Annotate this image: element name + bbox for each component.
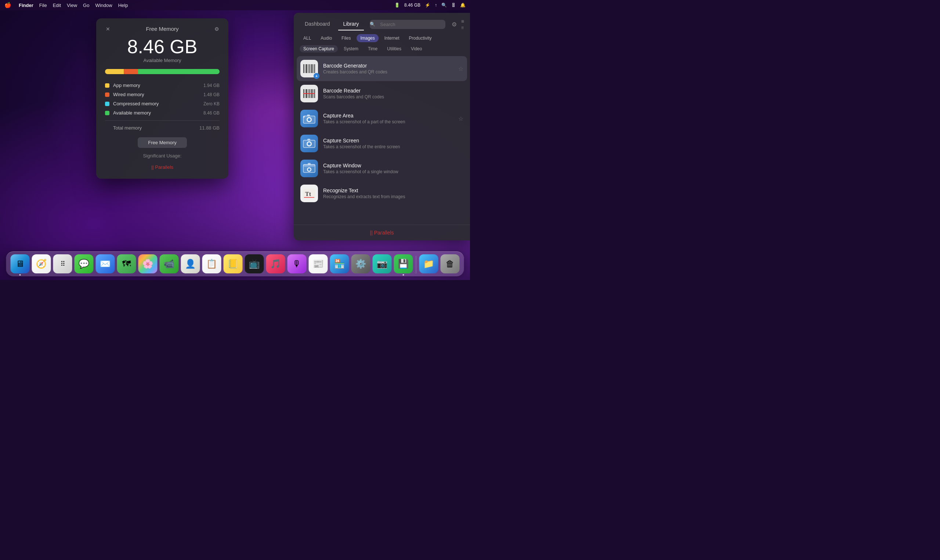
total-value: 11.88 GB [199, 125, 220, 131]
menubar-help[interactable]: Help [118, 3, 128, 8]
dock-item-notes[interactable]: 📒 [223, 254, 243, 273]
notification-icon[interactable]: 🔔 [460, 3, 465, 8]
dock-item-appletv[interactable]: 📺 [245, 254, 264, 273]
panel-filter-row: ALL Audio Files Images Internet Producti… [294, 31, 470, 45]
menubar-arrow[interactable]: ↑ [435, 3, 437, 8]
recognize-text-name: Recognize Text [323, 188, 458, 193]
widget-close-button[interactable]: ✕ [105, 26, 111, 32]
value-app-memory: 1.94 GB [203, 83, 220, 88]
dock-item-finder[interactable]: 🖥 [11, 254, 30, 273]
sub-filter-utilities[interactable]: Utilities [383, 45, 405, 52]
barcode-generator-desc: Creates barcodes and QR codes [323, 69, 453, 74]
capture-area-star[interactable]: ☆ [458, 115, 463, 122]
panel-gear-icon[interactable]: ⚙ [452, 21, 457, 28]
search-wrapper: 🔍 [367, 20, 446, 29]
filter-all[interactable]: ALL [300, 34, 315, 42]
memory-divider [105, 120, 220, 121]
apple-menu[interactable]: 🍎 [5, 2, 11, 8]
tab-library[interactable]: Library [338, 18, 364, 31]
dock-item-appstore[interactable]: 🏪 [330, 254, 349, 273]
svg-rect-5 [310, 64, 311, 73]
search-input[interactable] [370, 20, 445, 29]
barcode-generator-text: Barcode Generator Creates barcodes and Q… [323, 63, 453, 74]
dock-item-ram[interactable]: 💾 [394, 254, 413, 273]
dot-wired-memory [105, 92, 109, 97]
total-row: Total memory 11.88 GB [105, 124, 220, 132]
panel-view-toggle[interactable]: ≡ ⠿ [461, 18, 464, 30]
dot-compressed-memory [105, 102, 109, 106]
facetime-icon: 📹 [164, 259, 175, 269]
dock-item-launchpad[interactable]: ⠿ [53, 254, 72, 273]
barcode-generator-star[interactable]: ☆ [458, 65, 463, 72]
filter-files[interactable]: Files [338, 34, 354, 42]
menubar-go[interactable]: Go [83, 3, 89, 8]
capture-window-icon [300, 160, 318, 177]
capture-screen-name: Capture Screen [323, 138, 458, 143]
label-compressed-memory: Compressed memory [113, 101, 203, 106]
dock-item-messages[interactable]: 💬 [74, 254, 94, 273]
appstore-icon: 🏪 [334, 259, 345, 269]
dock-item-photos[interactable]: 🌸 [139, 254, 157, 273]
dock-item-music[interactable]: 🎵 [266, 254, 285, 273]
svg-rect-28 [307, 139, 310, 140]
svg-point-27 [308, 142, 311, 145]
dock-item-sysprefs[interactable]: ⚙️ [351, 254, 370, 273]
menubar-edit[interactable]: Edit [53, 3, 61, 8]
bar-wired-memory [124, 69, 138, 74]
barcode-generator-icon: + [300, 60, 318, 77]
list-item-barcode-generator[interactable]: + Barcode Generator Creates barcodes and… [297, 56, 467, 81]
finder-dot [20, 274, 21, 275]
svg-rect-6 [311, 64, 313, 73]
svg-point-32 [308, 168, 311, 171]
list-item-capture-area[interactable]: Capture Area Takes a screenshot of a par… [297, 106, 467, 131]
widget-gear-icon[interactable]: ⚙ [214, 26, 220, 32]
battery-value: 8.46 GB [404, 3, 421, 8]
list-item-capture-window[interactable]: Capture Window Takes a screenshot of a s… [297, 156, 467, 181]
label-available-memory: Available memory [113, 110, 203, 115]
total-label: Total memory [113, 125, 142, 131]
capture-area-icon [300, 110, 318, 127]
filter-images[interactable]: Images [356, 34, 378, 42]
menubar-app-name[interactable]: Finder [19, 3, 34, 8]
dock-item-facetime[interactable]: 📹 [160, 254, 179, 273]
list-item-recognize-text[interactable]: Tt Recognize Text Recognizes and extract… [297, 181, 467, 206]
dock-item-finder2[interactable]: 📁 [419, 254, 438, 273]
filter-internet[interactable]: Internet [381, 34, 403, 42]
capture-window-name: Capture Window [323, 163, 458, 168]
menubar-window[interactable]: Window [95, 3, 112, 8]
filter-productivity[interactable]: Productivity [405, 34, 435, 42]
photos-icon: 🌸 [142, 259, 154, 269]
dock-item-maps[interactable]: 🗺 [117, 254, 136, 273]
dock-item-podcasts[interactable]: 🎙 [288, 254, 307, 273]
dock-item-safari[interactable]: 🧭 [32, 254, 51, 273]
parallels-menu-icon[interactable]: ⚡ [425, 3, 430, 8]
dock-item-reminders[interactable]: 📋 [202, 254, 222, 273]
contacts-icon: 👤 [185, 259, 196, 269]
dock-item-trash[interactable]: 🗑 [441, 254, 460, 273]
sub-filter-time[interactable]: Time [364, 45, 381, 52]
tab-dashboard[interactable]: Dashboard [300, 18, 335, 31]
widget-header: ✕ Free Memory ⚙ [105, 26, 220, 32]
sub-filter-system[interactable]: System [340, 45, 362, 52]
svg-rect-4 [309, 64, 310, 73]
list-item-capture-screen[interactable]: Capture Screen Takes a screenshot of the… [297, 131, 467, 156]
value-wired-memory: 1.48 GB [203, 92, 220, 97]
sub-filter-screen-capture[interactable]: Screen Capture [300, 45, 338, 52]
sub-filter-video[interactable]: Video [407, 45, 425, 52]
list-item-barcode-reader[interactable]: Barcode Reader Scans barcodes and QR cod… [297, 81, 467, 106]
panel-list: + Barcode Generator Creates barcodes and… [294, 56, 470, 225]
svg-rect-7 [313, 64, 314, 73]
search-menu-icon[interactable]: 🔍 [441, 3, 447, 8]
menubar-view[interactable]: View [67, 3, 77, 8]
free-memory-button[interactable]: Free Memory [138, 137, 186, 148]
control-center-icon[interactable]: 🎛 [451, 3, 456, 8]
dock-item-news[interactable]: 📰 [309, 254, 328, 273]
dock-item-mail[interactable]: ✉️ [96, 254, 115, 273]
filter-audio[interactable]: Audio [317, 34, 336, 42]
camo-icon: 📷 [377, 259, 388, 269]
memory-row-wired: Wired memory 1.48 GB [105, 90, 220, 99]
dock-item-camo[interactable]: 📷 [373, 254, 392, 273]
menubar-file[interactable]: File [39, 3, 47, 8]
dock-item-contacts[interactable]: 👤 [181, 254, 200, 273]
menubar-left: 🍎 Finder File Edit View Go Window Help [5, 2, 128, 8]
